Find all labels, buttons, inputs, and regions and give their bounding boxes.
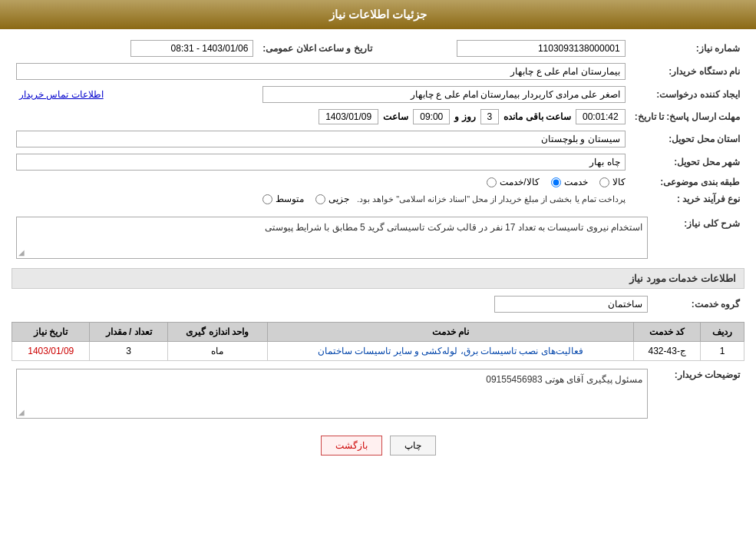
services-table: ردیف کد خدمت نام خدمت واحد اندازه گیری ت… — [12, 322, 744, 361]
deadline-remaining-label: ساعت باقی مانده — [503, 111, 571, 122]
deadline-days: 3 — [480, 109, 500, 124]
category-option-kala[interactable]: کالا — [599, 177, 626, 187]
purchase-type-label: نوع فرآیند خرید : — [630, 190, 744, 207]
col-header-name: نام خدمت — [267, 323, 633, 342]
purchase-type-motavaset[interactable]: متوسط — [262, 194, 304, 204]
deadline-remaining: 00:01:42 — [576, 109, 626, 124]
buyer-org-label: نام دستگاه خریدار: — [630, 60, 744, 83]
category-radio-khadamat[interactable] — [551, 177, 561, 187]
cell-row: 1 — [701, 342, 744, 361]
cell-date: 1403/01/09 — [12, 342, 90, 361]
col-header-row: ردیف — [701, 323, 744, 342]
description-value: استخدام نیروی تاسیسات به تعداد 17 نفر در… — [265, 222, 642, 233]
page-header: جزئیات اطلاعات نیاز — [0, 0, 756, 29]
cell-code: ج-43-432 — [634, 342, 701, 361]
category-radio-kala-khadamat[interactable] — [487, 177, 497, 187]
category-option-kala-khadamat[interactable]: کالا/خدمت — [487, 177, 539, 187]
buyer-notes-value: مسئول پیگیری آقای هوتی 09155456983 — [486, 374, 642, 385]
description-box: استخدام نیروی تاسیسات به تعداد 17 نفر در… — [16, 217, 648, 259]
purchase-type-radio-motavaset[interactable] — [262, 194, 272, 204]
announce-date-label: تاریخ و ساعت اعلان عمومی: — [258, 37, 376, 60]
creator-label: ایجاد کننده درخواست: — [630, 83, 744, 106]
purchase-type-radio-group: متوسط جزیی — [262, 194, 349, 204]
city-value: چاه بهار — [16, 154, 626, 171]
category-radio-group: کالا/خدمت خدمت کالا — [16, 177, 626, 187]
description-label: شرح کلی نیاز: — [652, 214, 744, 262]
deadline-date: 1403/01/09 — [319, 109, 378, 124]
services-section-title: اطلاعات خدمات مورد نیاز — [12, 268, 744, 289]
description-table: شرح کلی نیاز: استخدام نیروی تاسیسات به ت… — [12, 214, 744, 262]
buyer-notes-table: توضیحات خریدار: مسئول پیگیری آقای هوتی 0… — [12, 366, 744, 422]
back-button[interactable]: بازگشت — [321, 436, 382, 456]
purchase-type-note: پرداخت تمام یا بخشی از مبلغ خریدار از مح… — [357, 194, 626, 204]
deadline-days-label: روز و — [454, 111, 475, 122]
creator-value: اصغر علی مرادی کاربردار بیمارستان امام ع… — [262, 86, 625, 103]
city-label: شهر محل تحویل: — [630, 151, 744, 174]
resize-handle: ◢ — [18, 248, 25, 257]
cell-unit: ماه — [167, 342, 267, 361]
category-option-khadamat[interactable]: خدمت — [551, 177, 588, 187]
category-radio-kala[interactable] — [599, 177, 609, 187]
need-number-value: 1103093138000001 — [457, 40, 626, 57]
col-header-date: تاریخ نیاز — [12, 323, 90, 342]
col-header-unit: واحد اندازه گیری — [167, 323, 267, 342]
table-row: 1 ج-43-432 فعالیت‌های نصب تاسیسات برق، ل… — [12, 342, 744, 361]
buyer-notes-box: مسئول پیگیری آقای هوتی 09155456983 ◢ — [16, 369, 648, 419]
category-label: طبقه بندی موضوعی: — [630, 174, 744, 190]
purchase-type-radio-jozi[interactable] — [315, 194, 325, 204]
col-header-code: کد خدمت — [634, 323, 701, 342]
buyer-org-value: بیمارستان امام علی ع چابهار — [16, 63, 626, 80]
button-row: چاپ بازگشت — [12, 428, 744, 463]
contact-link[interactable]: اطلاعات تماس خریدار — [19, 89, 104, 100]
service-group-value: ساختمان — [494, 296, 648, 313]
resize-handle-2: ◢ — [18, 408, 25, 416]
service-group-label: گروه خدمت: — [652, 293, 744, 316]
deadline-time: 09:00 — [413, 109, 450, 124]
buyer-notes-label: توضیحات خریدار: — [652, 366, 744, 422]
purchase-type-jozi[interactable]: جزیی — [315, 194, 349, 204]
deadline-label: مهلت ارسال پاسخ: تا تاریخ: — [630, 106, 744, 128]
need-number-label: شماره نیاز: — [630, 37, 744, 60]
deadline-time-label: ساعت — [383, 111, 408, 122]
header-title: جزئیات اطلاعات نیاز — [329, 8, 427, 21]
print-button[interactable]: چاپ — [390, 436, 436, 456]
province-value: سیستان و بلوچستان — [16, 131, 626, 147]
announce-date-value: 1403/01/06 - 08:31 — [130, 40, 253, 57]
main-info-table: شماره نیاز: 1103093138000001 تاریخ و ساع… — [12, 37, 744, 207]
cell-name: فعالیت‌های نصب تاسیسات برق، لوله‌کشی و س… — [267, 342, 633, 361]
col-header-qty: تعداد / مقدار — [90, 323, 167, 342]
province-label: استان محل تحویل: — [630, 128, 744, 151]
service-group-table: گروه خدمت: ساختمان — [12, 293, 744, 316]
cell-qty: 3 — [90, 342, 167, 361]
